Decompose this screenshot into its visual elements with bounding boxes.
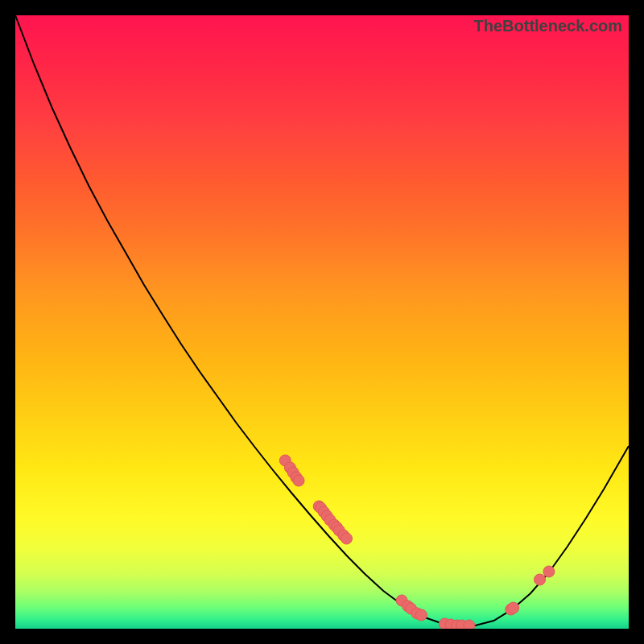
scatter-dot bbox=[543, 566, 555, 577]
scatter-dot bbox=[508, 602, 519, 613]
chart-plot bbox=[15, 15, 629, 629]
scatter-dot bbox=[535, 574, 546, 585]
scatter-dot bbox=[415, 609, 427, 621]
watermark: TheBottleneck.com bbox=[474, 17, 622, 35]
scatter-dot bbox=[464, 620, 475, 629]
scatter-dot bbox=[341, 533, 353, 544]
scatter-dots bbox=[279, 455, 555, 629]
curve-line bbox=[15, 15, 629, 625]
chart-frame: TheBottleneck.com bbox=[15, 15, 629, 629]
scatter-dot bbox=[293, 475, 304, 486]
